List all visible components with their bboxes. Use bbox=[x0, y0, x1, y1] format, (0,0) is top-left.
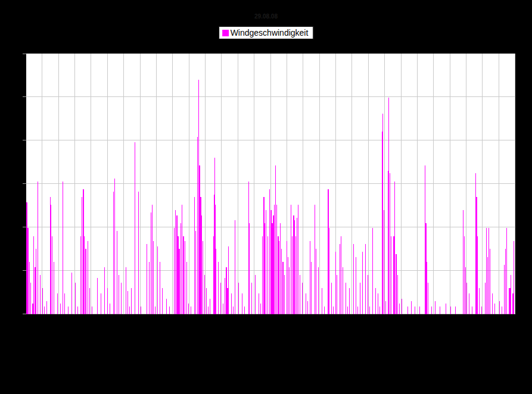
bar bbox=[175, 210, 176, 314]
bar bbox=[174, 228, 175, 314]
bar bbox=[490, 249, 490, 314]
bar bbox=[465, 267, 466, 314]
bar bbox=[40, 275, 41, 314]
bar bbox=[38, 182, 38, 314]
legend: Windgeschwindigkeit bbox=[219, 26, 314, 39]
bar bbox=[384, 210, 384, 314]
bar bbox=[494, 304, 495, 314]
bar bbox=[275, 165, 276, 314]
bar bbox=[267, 236, 268, 314]
bar bbox=[287, 241, 287, 314]
bar bbox=[82, 197, 82, 314]
bar bbox=[506, 228, 507, 314]
bar bbox=[514, 241, 514, 314]
bar bbox=[27, 228, 29, 314]
bar bbox=[276, 205, 277, 314]
bar bbox=[64, 293, 65, 314]
bar bbox=[455, 307, 456, 314]
bar bbox=[279, 241, 279, 314]
bar bbox=[362, 252, 363, 314]
bar bbox=[385, 301, 386, 314]
bar bbox=[379, 307, 380, 314]
bar bbox=[369, 307, 370, 314]
y-axis-tick bbox=[23, 227, 26, 227]
bar bbox=[129, 307, 130, 314]
desktop-background: { "window": { "width": 893, "height": 66… bbox=[0, 0, 532, 394]
bar bbox=[60, 304, 61, 314]
bar bbox=[486, 228, 487, 314]
bar bbox=[356, 257, 356, 314]
bar bbox=[260, 304, 261, 314]
bar bbox=[306, 293, 306, 314]
legend-swatch-icon bbox=[222, 30, 229, 36]
bar bbox=[220, 283, 221, 314]
bar bbox=[435, 301, 435, 314]
bar bbox=[228, 246, 229, 314]
bar bbox=[469, 293, 469, 314]
bar bbox=[119, 275, 119, 314]
bar bbox=[375, 288, 376, 314]
bar bbox=[372, 228, 373, 314]
bar bbox=[238, 283, 239, 314]
bar bbox=[121, 283, 122, 314]
bar bbox=[281, 249, 282, 314]
bar bbox=[378, 293, 378, 314]
bar bbox=[33, 236, 34, 314]
bar bbox=[63, 182, 63, 314]
bar bbox=[450, 307, 451, 314]
bar bbox=[46, 301, 47, 314]
bar bbox=[269, 189, 270, 314]
bar bbox=[104, 267, 105, 314]
bar bbox=[251, 283, 252, 314]
bar bbox=[218, 262, 219, 314]
bar bbox=[331, 283, 332, 314]
bar bbox=[349, 288, 350, 314]
bar bbox=[329, 228, 329, 314]
bar bbox=[289, 267, 290, 314]
bar bbox=[341, 236, 341, 314]
bar bbox=[316, 249, 316, 314]
bar bbox=[160, 262, 160, 314]
bar bbox=[42, 288, 43, 314]
bar bbox=[365, 244, 366, 314]
bar bbox=[195, 231, 196, 314]
bar bbox=[57, 293, 58, 314]
bar bbox=[131, 288, 132, 314]
bar bbox=[89, 288, 90, 314]
bar bbox=[262, 236, 263, 314]
bar bbox=[223, 304, 223, 314]
y-axis-tick bbox=[23, 183, 26, 184]
bar bbox=[113, 192, 114, 314]
bar bbox=[181, 223, 181, 314]
bar bbox=[411, 301, 412, 314]
bar bbox=[84, 236, 85, 314]
bar bbox=[402, 299, 402, 314]
bar bbox=[347, 307, 348, 314]
chart-title: 29.08.08 bbox=[0, 13, 532, 20]
legend-label: Windgeschwindigkeit bbox=[231, 29, 309, 37]
bar bbox=[357, 307, 358, 314]
bar bbox=[295, 236, 296, 314]
bar bbox=[297, 218, 297, 314]
bar bbox=[311, 262, 312, 314]
bar bbox=[197, 137, 198, 314]
bar bbox=[333, 307, 334, 314]
bar bbox=[126, 267, 126, 314]
bar bbox=[274, 205, 275, 314]
bar bbox=[127, 291, 128, 314]
bar bbox=[300, 275, 300, 314]
bar bbox=[446, 304, 446, 314]
bar bbox=[284, 275, 285, 314]
plot-area bbox=[26, 52, 515, 316]
bar bbox=[489, 228, 489, 314]
bar bbox=[340, 244, 340, 314]
bar bbox=[110, 304, 110, 314]
bar bbox=[322, 288, 322, 314]
bar bbox=[182, 205, 182, 314]
bar bbox=[29, 262, 30, 314]
bar bbox=[135, 142, 135, 314]
bar bbox=[505, 249, 506, 314]
bar bbox=[75, 283, 76, 314]
bar bbox=[282, 262, 284, 314]
bar bbox=[157, 246, 158, 314]
